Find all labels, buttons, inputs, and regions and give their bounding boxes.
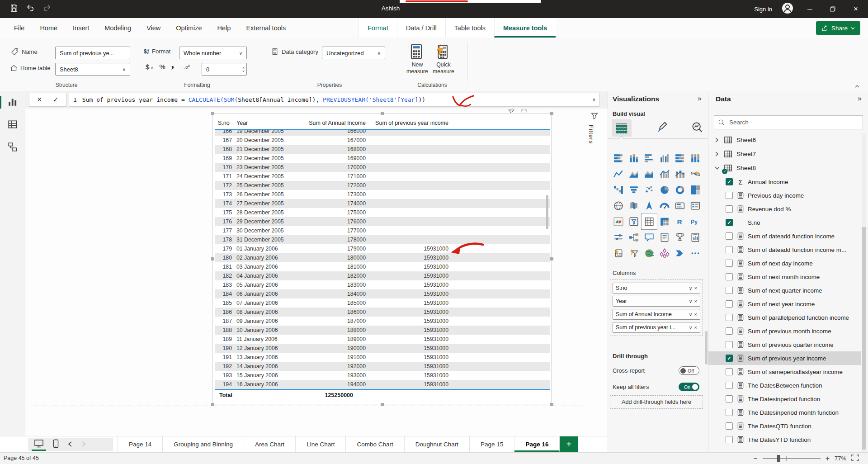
format-dropdown[interactable]: Whole number∨: [179, 47, 247, 59]
minimize-button[interactable]: [803, 0, 816, 18]
menu-tab-measure-tools[interactable]: Measure tools: [494, 18, 556, 38]
field-checkbox[interactable]: [726, 192, 733, 199]
zoom-in-button[interactable]: +: [826, 455, 830, 463]
field-well-s-no[interactable]: S.no∨×: [613, 283, 700, 294]
page-tab-grouping-and-binning[interactable]: Grouping and Binning: [163, 436, 244, 452]
add-page-button[interactable]: +: [560, 436, 578, 452]
visual-type-custom-visual-flow[interactable]: [672, 245, 688, 261]
chevron-down-icon[interactable]: ∨: [689, 285, 693, 291]
page-tab-page-15[interactable]: Page 15: [470, 436, 514, 452]
field-s-no[interactable]: ✓S.no: [708, 216, 861, 229]
field-well-sum-of-annual-income[interactable]: Sum of Annual Income∨×: [613, 309, 700, 320]
field-checkbox[interactable]: [726, 409, 733, 416]
collapse-pane-icon[interactable]: »: [698, 95, 702, 103]
next-page-icon[interactable]: [81, 440, 86, 449]
visual-type-multi-row-card[interactable]: [688, 198, 703, 213]
visual-type-custom-visual-diamond[interactable]: [657, 245, 672, 261]
visual-type-scatter-chart[interactable]: [642, 182, 657, 198]
mobile-layout-icon[interactable]: [53, 439, 59, 450]
visual-type-line-stacked-column-chart[interactable]: [672, 166, 688, 182]
visual-resize-handle[interactable]: [550, 112, 553, 115]
visual-type-funnel-chart[interactable]: [626, 182, 642, 198]
quick-measure-button[interactable]: Quick measure: [427, 62, 460, 75]
account-avatar[interactable]: [782, 2, 793, 16]
visual-resize-handle[interactable]: [211, 403, 214, 406]
field-the-datesqtd-function[interactable]: The DatesQTD function: [708, 419, 861, 433]
menu-tab-external-tools[interactable]: External tools: [238, 18, 293, 38]
visual-type-donut-chart[interactable]: [672, 182, 688, 198]
visual-resize-handle[interactable]: [211, 112, 214, 115]
close-button[interactable]: ×: [849, 0, 863, 18]
collapse-pane-icon[interactable]: »: [858, 95, 862, 103]
visual-type-map[interactable]: [611, 198, 626, 213]
menu-tab-insert[interactable]: Insert: [65, 18, 97, 38]
field-sum-of-next-day-income[interactable]: Sum of next day income: [708, 256, 861, 270]
visual-type-line-chart[interactable]: [611, 166, 626, 182]
data-category-dropdown[interactable]: Uncategorized∨: [322, 47, 385, 59]
expand-icon[interactable]: [715, 166, 720, 170]
previous-page-icon[interactable]: [68, 440, 72, 449]
save-icon[interactable]: [10, 4, 18, 14]
visual-type-gauge[interactable]: [657, 198, 672, 213]
cancel-formula-button[interactable]: ×: [37, 95, 42, 104]
menu-tab-home[interactable]: Home: [32, 18, 65, 38]
field-sum-of-previous-month-income[interactable]: Sum of previous month income: [708, 324, 861, 338]
visual-type-decomposition-tree[interactable]: [626, 229, 642, 245]
visual-type-area-chart[interactable]: [626, 166, 642, 182]
menu-tab-file[interactable]: File: [6, 18, 32, 38]
desktop-layout-icon[interactable]: [34, 439, 44, 450]
field-checkbox[interactable]: [726, 395, 733, 402]
zoom-out-button[interactable]: −: [753, 455, 757, 463]
field-sum-of-next-quarter-income[interactable]: Sum of next quarter income: [708, 284, 861, 297]
sign-in-button[interactable]: Sign in: [754, 6, 772, 13]
menu-tab-format[interactable]: Format: [359, 18, 397, 38]
visual-type-table[interactable]: [642, 213, 657, 229]
table-node-sheet7[interactable]: Sheet7: [708, 147, 861, 161]
remove-field-icon[interactable]: ×: [694, 298, 697, 304]
field-sum-of-next-month-income[interactable]: Sum of next month income: [708, 270, 861, 284]
fit-to-page-icon[interactable]: [851, 455, 859, 463]
visual-type-100-stacked-bar-chart[interactable]: [672, 150, 688, 166]
visual-type-clustered-column-chart[interactable]: [657, 150, 672, 166]
field-checkbox[interactable]: ✓: [726, 178, 733, 185]
keep-all-filters-toggle[interactable]: On: [679, 383, 699, 391]
build-visual-tab[interactable]: [612, 119, 632, 137]
visual-resize-handle[interactable]: [381, 403, 384, 406]
visual-type-stacked-bar-chart[interactable]: [611, 150, 626, 166]
chevron-down-icon[interactable]: ∨: [689, 312, 693, 317]
data-pane-scrollbar[interactable]: [862, 133, 866, 452]
field-sum-of-previous-year-income[interactable]: ✓Sum of previous year income: [708, 351, 861, 365]
measure-name-input[interactable]: [55, 47, 130, 59]
chevron-down-icon[interactable]: ∨: [689, 325, 693, 331]
field-checkbox[interactable]: [726, 273, 733, 280]
redo-icon[interactable]: [42, 4, 52, 14]
visual-type-100-stacked-column-chart[interactable]: [688, 150, 703, 166]
menu-tab-data-drill[interactable]: Data / Drill: [397, 18, 445, 38]
field-checkbox[interactable]: [726, 327, 733, 335]
menu-tab-view[interactable]: View: [139, 18, 168, 38]
column-header-s-no[interactable]: S.no: [215, 120, 232, 126]
decimal-places-stepper[interactable]: 0 ∧∨: [202, 63, 247, 76]
visual-type-stacked-column-chart[interactable]: [626, 150, 642, 166]
stepper-arrows-icon[interactable]: ∧∨: [242, 66, 245, 72]
format-visual-tab[interactable]: [656, 121, 668, 135]
visual-resize-handle[interactable]: [550, 257, 553, 260]
remove-field-icon[interactable]: ×: [694, 312, 697, 317]
remove-field-icon[interactable]: ×: [694, 285, 697, 291]
column-header-sum-of-annual-income[interactable]: Sum of Annual Income: [304, 120, 366, 126]
field-checkbox[interactable]: [726, 368, 733, 375]
decimal-places-icon[interactable]: →.00: [180, 64, 190, 70]
visual-type-r-script-visual[interactable]: R: [672, 213, 688, 229]
visual-type-stacked-area-chart[interactable]: [642, 166, 657, 182]
field-annual-income[interactable]: ✓ΣAnnual Income: [708, 175, 861, 189]
visual-type-smart-narrative[interactable]: [657, 229, 672, 245]
field-sum-of-sameperiodlastyear-income[interactable]: Sum of sameperiodlastyear income: [708, 365, 861, 379]
visual-resize-handle[interactable]: [381, 112, 384, 115]
report-view-icon[interactable]: [8, 97, 18, 109]
visual-type-qa-visual[interactable]: [642, 229, 657, 245]
model-view-icon[interactable]: [8, 142, 18, 154]
visual-type-line-clustered-column-chart[interactable]: [657, 166, 672, 182]
field-the-datesinperiod-month-function[interactable]: The Datesinperiod month function: [708, 406, 861, 419]
page-tab-page-14[interactable]: Page 14: [118, 436, 163, 452]
visual-type-treemap[interactable]: [688, 182, 703, 198]
